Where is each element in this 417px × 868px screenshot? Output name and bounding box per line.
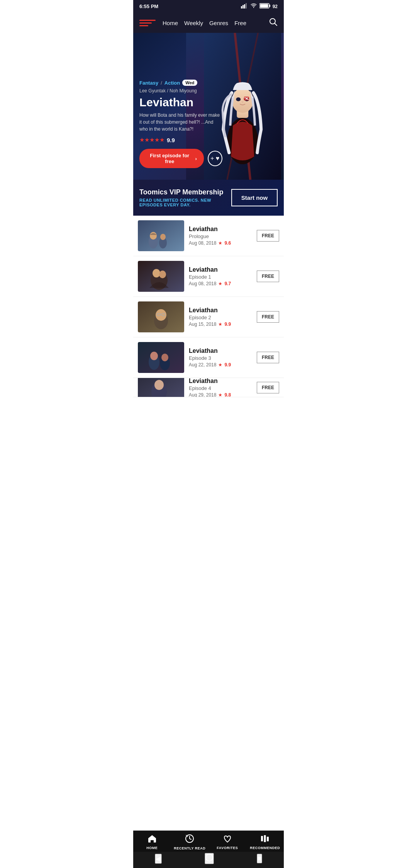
episode-title-1: Leviathan: [189, 266, 252, 273]
stars-icon: ★★★★★: [139, 136, 164, 143]
genre-action[interactable]: Action: [164, 80, 180, 86]
hero-banner: Fantasy / Action Wed Lee Gyuntak / Noh M…: [133, 33, 284, 180]
status-bar: 6:55 PM 92: [133, 0, 284, 13]
episode-free-button-4[interactable]: FREE: [257, 382, 279, 393]
episode-item-1[interactable]: Leviathan Episode 1 Aug 08, 2018 ★ 9.7 F…: [133, 256, 284, 297]
episode-star-icon-2: ★: [218, 322, 222, 327]
battery-icon: [259, 3, 270, 10]
svg-point-15: [232, 88, 253, 113]
time-display: 6:55 PM: [139, 3, 158, 9]
episode-thumb-4: [138, 378, 184, 397]
episode-info-2: Leviathan Episode 2 Aug 15, 2018 ★ 9.9: [189, 307, 252, 327]
svg-rect-2: [244, 4, 245, 9]
hero-authors: Lee Gyuntak / Noh Miyoung: [139, 88, 222, 94]
episode-info-0: Leviathan Prologue Aug 08, 2018 ★ 9.6: [189, 226, 252, 246]
episode-date-3: Aug 22, 2018: [189, 362, 216, 368]
heart-icon: + ♥: [210, 155, 219, 162]
episode-subtitle-2: Episode 2: [189, 315, 252, 320]
svg-rect-7: [260, 4, 268, 8]
episode-score-2: 9.9: [224, 322, 231, 327]
app-logo[interactable]: [139, 17, 156, 29]
episode-star-icon-1: ★: [218, 281, 222, 286]
episode-info-1: Leviathan Episode 1 Aug 08, 2018 ★ 9.7: [189, 266, 252, 286]
main-nav: Home Weekly Genres Free: [163, 20, 262, 26]
logo-line-2: [139, 22, 152, 24]
episode-meta-1: Aug 08, 2018 ★ 9.7: [189, 281, 252, 286]
svg-point-44: [154, 380, 164, 390]
battery-percent: 92: [273, 4, 278, 9]
app-header: Home Weekly Genres Free: [133, 13, 284, 33]
bottom-spacer: [133, 397, 284, 436]
episode-score-0: 9.6: [224, 240, 231, 246]
vip-text: Toomics VIP Membership READ UNLIMITED CO…: [139, 188, 231, 207]
svg-rect-1: [242, 5, 244, 9]
episode-meta-4: Aug 29, 2018 ★ 9.8: [189, 392, 252, 398]
vip-subtitle: READ UNLIMITED COMICS. NEW EPISODES EVER…: [139, 198, 231, 207]
episode-date-0: Aug 08, 2018: [189, 240, 216, 246]
svg-rect-0: [241, 6, 242, 9]
hero-description: How will Bota and his family ever make i…: [139, 112, 222, 133]
episode-score-1: 9.7: [224, 281, 231, 286]
episode-free-button-3[interactable]: FREE: [257, 352, 279, 363]
logo-line-1: [139, 20, 156, 21]
episode-free-button-0[interactable]: FREE: [257, 230, 279, 242]
episode-item-3[interactable]: Leviathan Episode 3 Aug 22, 2018 ★ 9.9 F…: [133, 337, 284, 378]
svg-point-4: [253, 7, 254, 8]
episode-free-button-1[interactable]: FREE: [257, 271, 279, 282]
episode-free-button-2[interactable]: FREE: [257, 311, 279, 323]
add-favorites-button[interactable]: + ♥: [208, 151, 222, 166]
episode-meta-3: Aug 22, 2018 ★ 9.9: [189, 362, 252, 368]
first-episode-button[interactable]: First episode for free ›: [139, 149, 204, 168]
hero-content: Fantasy / Action Wed Lee Gyuntak / Noh M…: [139, 80, 222, 168]
episode-meta-0: Aug 08, 2018 ★ 9.6: [189, 240, 252, 246]
episode-title-3: Leviathan: [189, 347, 252, 354]
episode-star-icon-4: ★: [218, 392, 222, 398]
episode-date-2: Aug 15, 2018: [189, 322, 216, 327]
status-icons: 92: [241, 3, 278, 10]
episode-subtitle-3: Episode 3: [189, 355, 252, 361]
svg-point-16: [236, 97, 241, 101]
episode-thumb-1: [138, 261, 184, 292]
episode-star-icon-3: ★: [218, 362, 222, 368]
hero-rating: ★★★★★ 9.9: [139, 136, 222, 143]
episode-item-2[interactable]: Leviathan Episode 2 Aug 15, 2018 ★ 9.9 F…: [133, 297, 284, 337]
episode-title-4: Leviathan: [189, 378, 252, 385]
episode-subtitle-1: Episode 1: [189, 274, 252, 280]
search-icon[interactable]: [269, 18, 278, 28]
episode-star-icon-0: ★: [218, 240, 222, 246]
svg-point-29: [153, 269, 160, 277]
episode-title-0: Leviathan: [189, 226, 252, 233]
wifi-icon: [250, 3, 257, 10]
nav-weekly[interactable]: Weekly: [184, 20, 203, 26]
hero-title: Leviathan: [139, 96, 222, 109]
episode-meta-2: Aug 15, 2018 ★ 9.9: [189, 322, 252, 327]
episode-info-3: Leviathan Episode 3 Aug 22, 2018 ★ 9.9: [189, 347, 252, 368]
hero-genres: Fantasy / Action Wed: [139, 80, 222, 86]
nav-genres[interactable]: Genres: [209, 20, 228, 26]
vip-banner: Toomics VIP Membership READ UNLIMITED CO…: [133, 180, 284, 216]
nav-home[interactable]: Home: [163, 20, 178, 26]
episode-item-4[interactable]: Leviathan Episode 4 Aug 29, 2018 ★ 9.8 F…: [133, 378, 284, 397]
rating-value: 9.9: [167, 137, 175, 143]
svg-rect-6: [269, 5, 270, 7]
hero-actions: First episode for free › + ♥: [139, 149, 222, 168]
svg-point-39: [150, 352, 158, 360]
episode-info-4: Leviathan Episode 4 Aug 29, 2018 ★ 9.8: [189, 378, 252, 397]
episode-subtitle-0: Prologue: [189, 233, 252, 239]
signal-icon: [241, 3, 248, 10]
nav-free[interactable]: Free: [234, 20, 246, 26]
svg-line-9: [275, 23, 277, 26]
first-episode-label: First episode for free: [146, 153, 193, 164]
episode-score-3: 9.9: [224, 362, 231, 368]
episode-item-0[interactable]: Leviathan Prologue Aug 08, 2018 ★ 9.6 FR…: [133, 216, 284, 256]
start-now-button[interactable]: Start now: [231, 189, 278, 206]
svg-point-30: [159, 271, 166, 278]
logo-line-3: [139, 25, 148, 26]
arrow-icon: ›: [195, 156, 197, 162]
svg-rect-37: [138, 342, 184, 373]
genre-fantasy[interactable]: Fantasy: [139, 80, 158, 86]
episode-date-4: Aug 29, 2018: [189, 392, 216, 398]
episode-thumb-0: [138, 220, 184, 251]
episode-date-1: Aug 08, 2018: [189, 281, 216, 286]
episode-thumb-2: [138, 301, 184, 332]
